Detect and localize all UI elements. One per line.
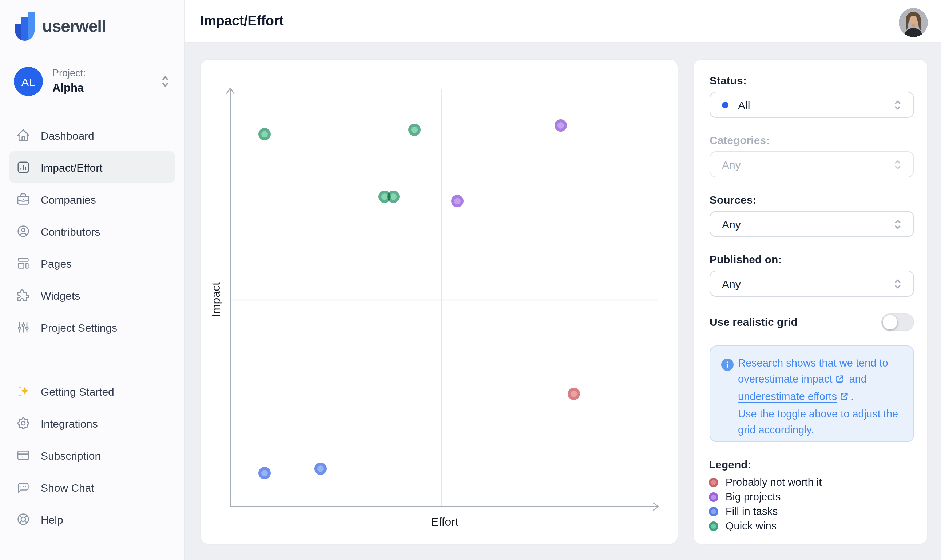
chart-point[interactable] bbox=[258, 467, 271, 479]
legend-item: Probably not worth it bbox=[709, 475, 916, 489]
chart-point-core bbox=[261, 131, 268, 137]
legend-label: Big projects bbox=[726, 491, 781, 503]
chevron-updown-icon bbox=[892, 217, 904, 231]
sidebar-item-label: Widgets bbox=[41, 289, 80, 302]
realistic-grid-label: Use realistic grid bbox=[710, 315, 798, 328]
chart-point[interactable] bbox=[315, 463, 327, 475]
puzzle-icon bbox=[16, 288, 31, 303]
legend-title: Legend: bbox=[709, 458, 751, 471]
x-axis-label: Effort bbox=[431, 515, 458, 529]
sidebar-item-label: Integrations bbox=[41, 417, 98, 429]
info-text-segment: . bbox=[851, 391, 854, 402]
chart-point-core bbox=[570, 390, 577, 397]
user-circle-icon bbox=[16, 224, 31, 238]
info-box: Research shows that we tend to overestim… bbox=[710, 345, 914, 442]
sidebar-item-help[interactable]: Help bbox=[9, 503, 175, 535]
legend-label: Fill in tasks bbox=[726, 505, 777, 517]
impact-effort-chart: Impact Effort bbox=[200, 59, 678, 545]
sidebar-item-dashboard[interactable]: Dashboard bbox=[9, 119, 175, 151]
home-icon bbox=[16, 128, 31, 143]
sidebar-nav-secondary: Getting Started Integrations Subscriptio… bbox=[9, 375, 175, 535]
sidebar-item-label: Contributors bbox=[41, 225, 100, 237]
chat-bubble-icon bbox=[16, 480, 31, 495]
sidebar-item-label: Project Settings bbox=[41, 321, 117, 334]
status-select[interactable]: All bbox=[710, 92, 914, 118]
chevron-updown-icon bbox=[158, 74, 173, 92]
sources-select[interactable]: Any bbox=[710, 211, 914, 237]
top-header: Impact/Effort bbox=[185, 0, 941, 43]
categories-select: Any bbox=[710, 151, 914, 177]
chart-point[interactable] bbox=[387, 191, 400, 203]
bar-chart-icon bbox=[16, 160, 31, 175]
legend-dot bbox=[709, 506, 718, 516]
page-title: Impact/Effort bbox=[200, 13, 284, 29]
realistic-grid-toggle[interactable] bbox=[881, 314, 914, 331]
published-on-value: Any bbox=[722, 277, 741, 290]
info-text-segment: Research shows that we tend to bbox=[738, 357, 888, 369]
sidebar-item-label: Impact/Effort bbox=[41, 161, 103, 174]
chart-point-core bbox=[261, 470, 268, 476]
info-link[interactable]: overestimate impact bbox=[738, 373, 833, 385]
categories-label: Categories: bbox=[710, 134, 770, 146]
brand-name: userwell bbox=[42, 17, 106, 36]
toggle-knob bbox=[883, 315, 897, 329]
chart-point[interactable] bbox=[567, 387, 580, 400]
legend-dot bbox=[709, 521, 718, 531]
legend-list: Probably not worth itBig projectsFill in… bbox=[709, 475, 916, 533]
sidebar-nav-primary: Dashboard Impact/Effort Companies Contri… bbox=[9, 119, 175, 343]
briefcase-icon bbox=[16, 192, 31, 206]
status-label: Status: bbox=[710, 74, 747, 86]
legend-item: Big projects bbox=[709, 489, 916, 504]
info-icon bbox=[721, 358, 734, 371]
published-on-label: Published on: bbox=[710, 253, 782, 265]
status-value: All bbox=[738, 98, 750, 111]
app: userwell AL Project: Alpha Dashboard bbox=[0, 0, 941, 560]
sidebar-item-contributors[interactable]: Contributors bbox=[9, 215, 175, 247]
info-link[interactable]: underestimate efforts bbox=[738, 391, 837, 402]
sidebar-item-label: Help bbox=[41, 513, 63, 525]
sidebar-item-label: Dashboard bbox=[41, 129, 94, 142]
chevron-updown-icon bbox=[892, 277, 904, 291]
sidebar-item-integrations[interactable]: Integrations bbox=[9, 407, 175, 439]
chart-point-core bbox=[455, 198, 461, 205]
sidebar-item-getting-started[interactable]: Getting Started bbox=[9, 375, 175, 407]
project-label: Project: bbox=[52, 68, 86, 78]
sources-value: Any bbox=[722, 218, 741, 230]
filter-panel: Status: All Categories: Any Sources: Any… bbox=[693, 59, 928, 545]
project-name: Alpha bbox=[52, 82, 84, 95]
life-ring-icon bbox=[16, 512, 31, 526]
status-dot bbox=[722, 102, 728, 108]
legend-label: Quick wins bbox=[726, 520, 776, 532]
legend-dot bbox=[709, 492, 718, 502]
y-axis-label: Impact bbox=[210, 282, 223, 317]
sidebar-item-widgets[interactable]: Widgets bbox=[9, 279, 175, 311]
project-selector[interactable]: AL Project: Alpha bbox=[14, 67, 171, 97]
legend-item: Fill in tasks bbox=[709, 504, 916, 518]
legend-item: Quick wins bbox=[709, 518, 916, 533]
sources-label: Sources: bbox=[710, 194, 756, 206]
brand-logo[interactable]: userwell bbox=[15, 12, 106, 41]
sliders-icon bbox=[16, 320, 31, 335]
project-avatar: AL bbox=[14, 67, 43, 96]
legend-dot bbox=[709, 477, 718, 487]
sidebar-item-project-settings[interactable]: Project Settings bbox=[9, 311, 175, 343]
sidebar-item-subscription[interactable]: Subscription bbox=[9, 439, 175, 471]
sidebar-item-impact-effort[interactable]: Impact/Effort bbox=[9, 151, 175, 183]
chart-point-core bbox=[390, 194, 396, 200]
published-on-select[interactable]: Any bbox=[710, 271, 914, 297]
gear-icon bbox=[16, 416, 31, 431]
chart-point-core bbox=[412, 126, 418, 133]
categories-value: Any bbox=[722, 158, 741, 171]
chevron-updown-icon bbox=[892, 98, 904, 112]
user-avatar[interactable] bbox=[899, 8, 928, 37]
chevron-updown-icon bbox=[892, 157, 904, 171]
sidebar-item-show-chat[interactable]: Show Chat bbox=[9, 471, 175, 503]
sidebar-item-label: Show Chat bbox=[41, 481, 94, 494]
sidebar-item-companies[interactable]: Companies bbox=[9, 183, 175, 215]
layout-icon bbox=[16, 256, 31, 271]
sparkles-icon bbox=[16, 384, 31, 398]
sidebar-item-pages[interactable]: Pages bbox=[9, 247, 175, 279]
chart-point[interactable] bbox=[258, 128, 271, 140]
external-link-icon bbox=[839, 390, 848, 406]
info-text-segment: and bbox=[846, 373, 867, 385]
